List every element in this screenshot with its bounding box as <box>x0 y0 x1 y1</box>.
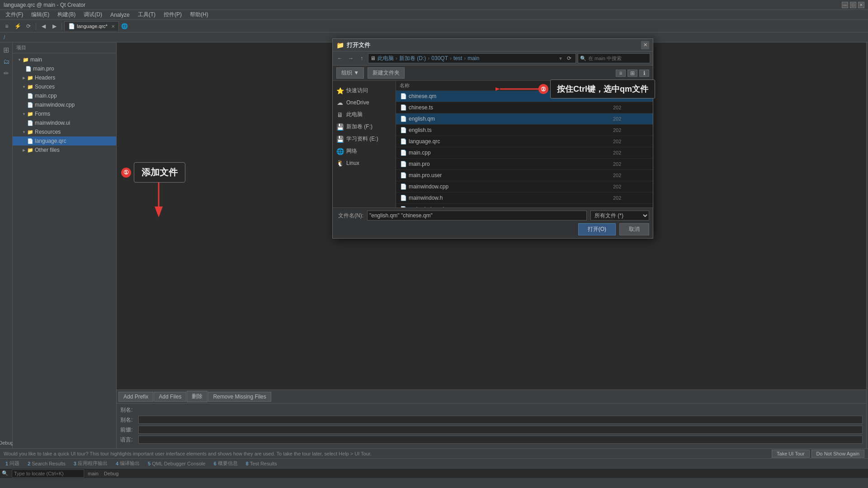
tree-item-main-pro[interactable]: 📄 main.pro <box>13 64 116 73</box>
dialog-search-input[interactable] <box>588 56 638 61</box>
file-row-english-qm[interactable]: 📄 english.qm 202 <box>396 113 653 125</box>
remove-missing-files-btn[interactable]: Remove Missing Files <box>208 392 271 402</box>
bottom-tab-summary[interactable]: 6 概要信息 <box>210 459 241 468</box>
path-dropdown-arrow[interactable]: ▼ <box>558 56 563 61</box>
file-row-mainwindow-cpp[interactable]: 📄 mainwindow.cpp 202 <box>396 181 653 192</box>
bottom-tab-compile[interactable]: 4 编译输出 <box>112 459 143 468</box>
tree-item-other-files[interactable]: ▶ 📁 Other files <box>13 145 116 155</box>
file-row-language-qrc[interactable]: 📄 language.qrc 202 <box>396 136 653 147</box>
tree-item-main-cpp[interactable]: 📄 main.cpp <box>13 91 116 100</box>
tree-item-main[interactable]: ▼ 📁 main <box>13 55 116 64</box>
menu-tools[interactable]: 工具(T) <box>134 10 159 19</box>
no-show-btn[interactable]: Do Not Show Again <box>811 450 864 458</box>
path-main[interactable]: main <box>467 55 479 61</box>
toolbar-btn-globe[interactable]: 🌐 <box>120 21 130 31</box>
close-btn[interactable]: ✕ <box>858 2 864 8</box>
toolbar-btn-forward[interactable]: ▶ <box>49 21 59 31</box>
dialog-up-btn[interactable]: ↑ <box>357 54 366 63</box>
dialog-open-btn[interactable]: 打开(O) <box>578 223 616 235</box>
view-details-btn[interactable]: ℹ <box>639 70 649 77</box>
sidebar-linux[interactable]: 🐧 Linux <box>333 157 396 169</box>
sidebar-icon-edit[interactable]: ✏ <box>1 68 12 79</box>
sidebar-icon-project[interactable]: 🗂 <box>1 56 12 67</box>
path-test[interactable]: test <box>453 55 462 61</box>
path-pc[interactable]: 此电脑 <box>377 55 394 62</box>
bottom-tab-qml[interactable]: 5 QML Debugger Console <box>144 460 209 467</box>
new-folder-btn[interactable]: 新建文件夹 <box>368 67 405 79</box>
file-row-main-pro[interactable]: 📄 main.pro 202 <box>396 159 653 170</box>
tour-btn[interactable]: Take UI Tour <box>772 450 810 458</box>
menu-file[interactable]: 文件(F) <box>2 10 27 19</box>
dialog-cancel-btn[interactable]: 取消 <box>619 223 649 235</box>
sidebar-quick-access[interactable]: ⭐ 快速访问 <box>333 84 396 97</box>
tree-item-mainwindow-cpp[interactable]: 📄 mainwindow.cpp <box>13 100 116 109</box>
add-prefix-btn[interactable]: Add Prefix <box>118 392 153 402</box>
tree-item-headers[interactable]: ▶ 📁 Headers <box>13 73 116 82</box>
menu-build[interactable]: 构建(B) <box>54 10 79 19</box>
file-row-main-pro-user[interactable]: 📄 main.pro.user 202 <box>396 170 653 181</box>
add-files-btn[interactable]: Add Files <box>154 392 186 402</box>
tree-item-mainwindow-ui[interactable]: 📄 mainwindow.ui <box>13 118 116 127</box>
menu-debug[interactable]: 调试(D) <box>80 10 106 19</box>
sidebar-icon-debug[interactable]: Debug <box>1 437 12 448</box>
view-list-btn[interactable]: ≡ <box>616 70 626 77</box>
file-row-chinese-qm[interactable]: 📄 chinese.qm 202 <box>396 91 653 102</box>
prop-lang-input[interactable] <box>138 436 863 444</box>
menu-edit[interactable]: 编辑(E) <box>28 10 53 19</box>
sidebar-e-drive[interactable]: 💾 学习资料 (E:) <box>333 133 396 145</box>
taskbar-tab-debug[interactable]: Debug <box>104 471 118 476</box>
sidebar-this-pc[interactable]: 🖥 此电脑 <box>333 108 396 121</box>
this-pc-icon: 🖥 <box>336 111 344 118</box>
minimize-btn[interactable]: — <box>842 2 848 8</box>
toolbar-btn-1[interactable]: ≡ <box>2 21 12 31</box>
taskbar-search-input[interactable] <box>14 471 73 476</box>
dialog-refresh-btn[interactable]: ⟳ <box>565 54 574 63</box>
tree-arrow-sources: ▼ <box>21 84 27 90</box>
path-d[interactable]: 新加卷 (D:) <box>399 55 426 62</box>
dialog-back-btn[interactable]: ← <box>335 54 344 63</box>
tree-item-resources[interactable]: ▼ 📁 Resources <box>13 127 116 136</box>
sidebar-network[interactable]: 🌐 网络 <box>333 145 396 157</box>
menu-widgets[interactable]: 控件(P) <box>160 10 185 19</box>
bottom-tab-problems[interactable]: 1 问题 <box>2 459 23 468</box>
bottom-tab-app-output[interactable]: 3 应用程序输出 <box>70 459 111 468</box>
bottom-tab-test[interactable]: 8 Test Results <box>242 460 281 467</box>
project-tree: ▼ 📁 main 📄 main.pro ▶ 📁 Headers ▼ <box>13 53 116 448</box>
sidebar-onedrive[interactable]: ☁ OneDrive <box>333 97 396 108</box>
sidebar-icon-menu[interactable]: ⊞ <box>1 44 12 55</box>
file-row-mainwindow-ui[interactable]: 📄 mainwindow.ui 202 <box>396 204 653 207</box>
dialog-filter-select[interactable]: 所有文件 (*) <box>590 211 649 221</box>
bottom-tab-search[interactable]: 2 Search Results <box>24 460 69 467</box>
organize-btn[interactable]: 组织 ▼ <box>336 67 364 79</box>
network-icon: 🌐 <box>336 148 344 155</box>
toolbar-btn-sync[interactable]: ⟳ <box>24 21 33 31</box>
maximize-btn[interactable]: □ <box>850 2 856 8</box>
file-row-chinese-ts[interactable]: 📄 chinese.ts 202 <box>396 102 653 113</box>
file-row-english-ts[interactable]: 📄 english.ts 202 <box>396 125 653 136</box>
quick-access-icon: ⭐ <box>336 87 344 94</box>
dialog-title-text: 打开文件 <box>347 41 370 49</box>
file-row-main-cpp[interactable]: 📄 main.cpp 202 <box>396 147 653 159</box>
menu-analyze[interactable]: Analyze <box>107 11 133 19</box>
prop-alias-input[interactable] <box>138 416 863 424</box>
taskbar-tab-main[interactable]: main <box>88 471 99 476</box>
sidebar-f-drive[interactable]: 💾 新加卷 (F:) <box>333 121 396 133</box>
tree-item-language-qrc[interactable]: 📄 language.qrc <box>13 136 116 145</box>
editor-tab-language-qrc[interactable]: 📄 language.qrc* ✕ <box>64 21 119 31</box>
menu-help[interactable]: 帮助(H) <box>186 10 212 19</box>
file-name-chinese-qm: chinese.qm <box>409 93 613 99</box>
path-030qt[interactable]: 030QT <box>431 55 448 61</box>
tree-item-forms[interactable]: ▼ 📁 Forms <box>13 109 116 118</box>
file-dialog[interactable]: 📁 打开文件 ✕ ← → ↑ 🖥 此电脑 › 新加卷 (D:) › 030QT … <box>332 38 653 239</box>
delete-btn[interactable]: 删除 <box>187 391 208 402</box>
dialog-close-btn[interactable]: ✕ <box>641 41 649 49</box>
dialog-forward-btn[interactable]: → <box>346 54 355 63</box>
toolbar: ≡ ⚡ ⟳ ◀ ▶ 📄 language.qrc* ✕ 🌐 <box>0 20 868 33</box>
view-tile-btn[interactable]: ⊞ <box>627 70 637 77</box>
toolbar-btn-filter[interactable]: ⚡ <box>13 21 23 31</box>
file-row-mainwindow-h[interactable]: 📄 mainwindow.h 202 <box>396 192 653 204</box>
toolbar-btn-back[interactable]: ◀ <box>38 21 48 31</box>
dialog-filename-input[interactable] <box>367 211 587 221</box>
tree-item-sources[interactable]: ▼ 📁 Sources <box>13 82 116 91</box>
prop-prefix-input[interactable] <box>138 426 863 434</box>
